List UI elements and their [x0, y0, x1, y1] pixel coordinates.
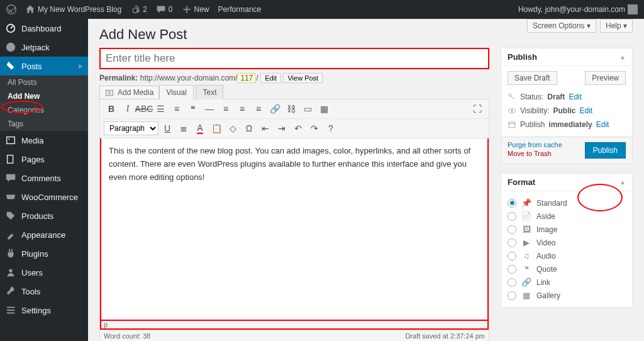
edit-visibility-link[interactable]: Edit	[579, 106, 592, 115]
editor-tab-visual[interactable]: Visual	[159, 85, 193, 99]
undo-button[interactable]: ↶	[291, 121, 306, 136]
wp-logo-icon[interactable]	[6, 4, 16, 14]
purge-cache-link[interactable]: Purge from cache	[508, 141, 562, 148]
align-center-button[interactable]: ≡	[235, 101, 250, 116]
move-to-trash-link[interactable]: Move to Trash	[508, 150, 562, 157]
publish-box-title: Publish	[508, 52, 537, 62]
menu-appearance[interactable]: Appearance	[0, 225, 88, 244]
comments-link[interactable]: 0	[156, 4, 173, 14]
align-left-button[interactable]: ≡	[218, 101, 233, 116]
align-right-button[interactable]: ≡	[251, 101, 266, 116]
radio-icon	[508, 225, 516, 234]
format-option-gallery[interactable]: ▦Gallery	[508, 289, 626, 302]
format-option-audio[interactable]: ♫Audio	[508, 249, 626, 262]
radio-icon	[508, 199, 516, 208]
eye-icon	[508, 106, 516, 115]
text-color-button[interactable]: A	[192, 121, 208, 136]
publish-button[interactable]: Publish	[585, 142, 626, 159]
edit-permalink-button[interactable]: Edit	[260, 73, 281, 83]
paragraph-select[interactable]: Paragraph	[104, 121, 158, 135]
account-link[interactable]: Howdy, john@your-domain.com	[518, 4, 638, 14]
bold-button[interactable]: B	[104, 101, 119, 116]
collapse-icon[interactable]: ▲	[619, 53, 626, 60]
radio-icon	[508, 291, 516, 300]
underline-button[interactable]: U	[160, 121, 175, 136]
menu-pages[interactable]: Pages	[0, 150, 88, 169]
main-content: Screen Options ▾ Help ▾ Add New Post Per…	[88, 19, 644, 341]
format-option-video[interactable]: ▶Video	[508, 236, 626, 249]
updates-link[interactable]: 2	[130, 4, 147, 14]
blockquote-button[interactable]: ❝	[186, 101, 201, 116]
justify-button[interactable]: ≣	[176, 121, 191, 136]
format-box: Format▲ 📌Standard📄Aside🖼Image▶Video♫Audi…	[501, 173, 633, 308]
menu-comments[interactable]: Comments	[0, 169, 88, 187]
menu-posts[interactable]: Posts▶	[0, 57, 88, 75]
post-title-input[interactable]	[99, 48, 489, 69]
format-image-icon: 🖼	[521, 225, 531, 234]
submenu-tags[interactable]: Tags	[0, 117, 88, 131]
menu-tools[interactable]: Tools	[0, 282, 88, 301]
link-button[interactable]: 🔗	[267, 101, 282, 116]
paste-text-button[interactable]: 📋	[209, 121, 224, 136]
svg-point-2	[6, 43, 15, 52]
special-char-button[interactable]: Ω	[242, 121, 257, 136]
outdent-button[interactable]: ⇤	[258, 121, 273, 136]
format-option-quote[interactable]: ❝Quote	[508, 262, 626, 276]
svg-rect-5	[8, 155, 13, 164]
format-link-icon: 🔗	[521, 277, 531, 287]
menu-products[interactable]: Products	[0, 206, 88, 225]
strikethrough-button[interactable]: ABC	[136, 101, 152, 116]
svg-rect-15	[509, 122, 515, 128]
edit-publish-time-link[interactable]: Edit	[596, 120, 609, 129]
help-icon[interactable]: ?	[323, 121, 338, 136]
menu-dashboard[interactable]: Dashboard	[0, 19, 88, 38]
fullscreen-button[interactable]: ⛶	[470, 101, 485, 116]
svg-point-6	[9, 269, 12, 272]
submenu-categories[interactable]: Categories	[0, 103, 88, 117]
calendar-icon	[508, 120, 516, 129]
view-post-button[interactable]: View Post	[283, 73, 323, 83]
hr-button[interactable]: —	[202, 101, 217, 116]
permalink-slug[interactable]: 117	[237, 73, 256, 83]
menu-jetpack[interactable]: Jetpack	[0, 38, 88, 57]
clear-format-button[interactable]: ◇	[225, 121, 240, 136]
menu-plugins[interactable]: Plugins	[0, 244, 88, 263]
numbered-list-button[interactable]: ≡	[169, 101, 184, 116]
radio-icon	[508, 238, 516, 247]
site-link[interactable]: My New WordPress Blog	[25, 4, 121, 14]
format-option-link[interactable]: 🔗Link	[508, 276, 626, 289]
bullet-list-button[interactable]: ☰	[153, 101, 168, 116]
edit-status-link[interactable]: Edit	[569, 92, 582, 101]
unlink-button[interactable]: ⛓	[284, 101, 299, 116]
menu-users[interactable]: Users	[0, 263, 88, 282]
format-gallery-icon: ▦	[521, 291, 531, 300]
toolbar-toggle-button[interactable]: ▦	[316, 101, 331, 116]
performance-link[interactable]: Performance	[218, 5, 262, 14]
submenu-all-posts[interactable]: All Posts	[0, 75, 88, 89]
radio-icon	[508, 252, 516, 260]
radio-icon	[508, 278, 516, 287]
format-option-aside[interactable]: 📄Aside	[508, 210, 626, 223]
italic-button[interactable]: I	[120, 101, 135, 116]
svg-rect-7	[7, 307, 15, 308]
redo-button[interactable]: ↷	[307, 121, 322, 136]
format-option-image[interactable]: 🖼Image	[508, 223, 626, 236]
new-content-link[interactable]: New	[182, 4, 209, 14]
submenu-add-new[interactable]: Add New	[0, 89, 88, 103]
menu-settings[interactable]: Settings	[0, 301, 88, 320]
read-more-button[interactable]: ▭	[300, 101, 315, 116]
indent-button[interactable]: ⇥	[274, 121, 289, 136]
editor-body[interactable]: This is the content of the new blog post…	[100, 138, 489, 321]
help-button[interactable]: Help ▾	[600, 19, 633, 33]
add-media-button[interactable]: Add Media	[99, 86, 159, 99]
format-option-standard[interactable]: 📌Standard	[508, 196, 626, 210]
avatar	[628, 4, 638, 14]
menu-woocommerce[interactable]: WooCommerce	[0, 187, 88, 206]
preview-button[interactable]: Preview	[585, 71, 626, 85]
save-draft-button[interactable]: Save Draft	[508, 71, 557, 85]
format-standard-icon: 📌	[521, 198, 531, 208]
menu-media[interactable]: Media	[0, 131, 88, 150]
collapse-icon[interactable]: ▲	[619, 179, 626, 186]
editor-tab-text[interactable]: Text	[196, 85, 223, 99]
screen-options-button[interactable]: Screen Options ▾	[527, 19, 596, 33]
